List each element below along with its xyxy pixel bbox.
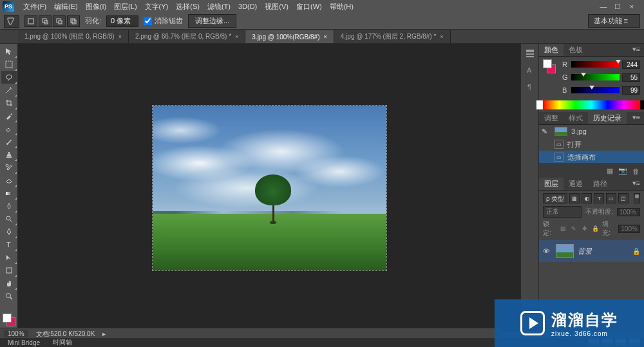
- b-value[interactable]: 99: [622, 86, 640, 95]
- menu-view[interactable]: 视图(V): [261, 1, 292, 13]
- feather-input[interactable]: [106, 15, 138, 27]
- menu-help[interactable]: 帮助(H): [326, 1, 357, 13]
- r-slider[interactable]: [571, 61, 620, 68]
- dodge-tool[interactable]: [1, 212, 17, 225]
- marquee-tool[interactable]: [1, 58, 17, 71]
- close-icon[interactable]: ×: [235, 33, 238, 40]
- layer-thumbnail[interactable]: [556, 244, 574, 258]
- document-tab-4[interactable]: 4.jpg @ 177% (图层 2, RGB/8#) *×: [334, 30, 451, 43]
- close-icon[interactable]: ×: [118, 33, 122, 40]
- selection-intersect[interactable]: [67, 15, 80, 27]
- status-arrow-icon[interactable]: ▸: [102, 330, 106, 337]
- fill-value[interactable]: 100%: [618, 225, 640, 233]
- close-icon[interactable]: ×: [324, 33, 327, 40]
- tab-mini-bridge[interactable]: Mini Bridge: [4, 339, 44, 346]
- zoom-tool[interactable]: [1, 290, 17, 303]
- path-select-tool[interactable]: [1, 251, 17, 264]
- filter-toggle[interactable]: [634, 193, 640, 203]
- layer-background[interactable]: 👁 背景 🔒: [539, 240, 644, 262]
- filter-shape-icon[interactable]: ▭: [606, 193, 616, 203]
- type-tool[interactable]: T: [1, 238, 17, 251]
- blur-tool[interactable]: [1, 200, 17, 212]
- visibility-toggle[interactable]: 👁: [543, 247, 552, 255]
- menu-select[interactable]: 选择(S): [172, 1, 204, 13]
- create-document-icon[interactable]: ▦: [605, 167, 614, 176]
- r-value[interactable]: 244: [622, 61, 640, 69]
- foreground-color-swatch[interactable]: [3, 314, 12, 323]
- new-snapshot-icon[interactable]: 📷: [618, 167, 627, 176]
- document-tab-1[interactable]: 1.png @ 100% (图层 0, RGB/8)×: [18, 30, 129, 43]
- tab-timeline[interactable]: 时间轴: [49, 338, 76, 347]
- stamp-tool[interactable]: [1, 148, 17, 161]
- tab-styles[interactable]: 样式: [564, 112, 588, 124]
- selection-subtract[interactable]: [53, 15, 66, 27]
- menu-edit[interactable]: 编辑(E): [50, 1, 82, 13]
- lock-all-icon[interactable]: 🔒: [592, 224, 600, 233]
- color-fg-bg-swatch[interactable]: [543, 59, 556, 75]
- antialias-check-input[interactable]: [144, 17, 152, 25]
- document-size[interactable]: 文档:520.0 K/520.0K: [36, 330, 95, 339]
- history-brush-source-icon[interactable]: ✎: [542, 127, 551, 136]
- blend-mode-select[interactable]: 正常: [543, 206, 582, 218]
- panel-menu-icon[interactable]: ▾≡: [629, 178, 644, 190]
- layer-filter-kind[interactable]: ρ 类型: [543, 193, 567, 203]
- close-icon[interactable]: ×: [440, 33, 443, 40]
- antialias-checkbox[interactable]: 消除锯齿: [144, 16, 183, 26]
- document-canvas[interactable]: [152, 105, 387, 271]
- lasso-tool[interactable]: [1, 71, 17, 84]
- document-tab-2[interactable]: 2.png @ 66.7% (图层 0, RGB/8) *×: [129, 30, 245, 43]
- brush-tool[interactable]: [1, 135, 17, 148]
- hand-tool[interactable]: [1, 277, 17, 290]
- tab-paths[interactable]: 路径: [588, 178, 612, 190]
- menu-image[interactable]: 图像(I): [82, 1, 110, 13]
- healing-tool[interactable]: [1, 122, 17, 135]
- eyedropper-tool[interactable]: [1, 109, 17, 122]
- dock-icon-2[interactable]: A: [523, 63, 537, 77]
- g-value[interactable]: 55: [622, 73, 640, 82]
- menu-filter[interactable]: 滤镜(T): [204, 1, 234, 13]
- color-spectrum[interactable]: [543, 100, 640, 109]
- opacity-value[interactable]: 100%: [617, 208, 640, 216]
- b-slider[interactable]: [571, 87, 620, 93]
- menu-file[interactable]: 文件(F): [19, 1, 50, 13]
- gradient-tool[interactable]: [1, 187, 17, 200]
- refine-edge-button[interactable]: 调整边缘...: [188, 14, 236, 28]
- pen-tool[interactable]: [1, 225, 17, 238]
- tab-adjustments[interactable]: 调整: [539, 112, 564, 124]
- filter-smart-icon[interactable]: ◫: [618, 193, 629, 203]
- maximize-button[interactable]: ☐: [613, 2, 622, 11]
- layer-name[interactable]: 背景: [578, 247, 629, 256]
- tab-color[interactable]: 颜色: [539, 44, 564, 56]
- canvas-area[interactable]: [18, 44, 520, 332]
- selection-add[interactable]: [39, 15, 52, 27]
- g-slider[interactable]: [571, 74, 620, 80]
- lock-transparent-icon[interactable]: ▨: [559, 224, 567, 233]
- selection-new[interactable]: [24, 15, 37, 27]
- history-brush-tool[interactable]: [1, 161, 17, 174]
- eraser-tool[interactable]: [1, 174, 17, 187]
- filter-pixel-icon[interactable]: ▦: [569, 193, 580, 203]
- tool-preset-picker[interactable]: [4, 15, 19, 28]
- lock-position-icon[interactable]: ✥: [581, 224, 589, 233]
- move-tool[interactable]: [1, 45, 17, 58]
- history-step-open[interactable]: ▭ 打开: [539, 138, 644, 151]
- document-tab-3[interactable]: 3.jpg @ 100%(RGB/8#)×: [245, 30, 334, 43]
- panel-menu-icon[interactable]: ▾≡: [629, 44, 644, 56]
- zoom-level[interactable]: 100%: [4, 330, 28, 337]
- tab-swatches[interactable]: 色板: [564, 44, 588, 56]
- close-button[interactable]: ×: [627, 2, 636, 11]
- history-step-select-canvas[interactable]: ▭ 选择画布: [539, 151, 644, 164]
- panel-menu-icon[interactable]: ▾≡: [629, 112, 644, 124]
- crop-tool[interactable]: [1, 97, 17, 109]
- wand-tool[interactable]: [1, 84, 17, 97]
- shape-tool[interactable]: [1, 264, 17, 277]
- tab-layers[interactable]: 图层: [539, 178, 564, 190]
- menu-layer[interactable]: 图层(L): [110, 1, 140, 13]
- history-snapshot[interactable]: ✎ 3.jpg: [539, 125, 644, 138]
- menu-3d[interactable]: 3D(D): [234, 1, 261, 12]
- dock-icon-1[interactable]: [523, 46, 537, 61]
- workspace-switcher[interactable]: 基本功能 ≡: [588, 14, 640, 28]
- minimize-button[interactable]: —: [599, 2, 608, 11]
- delete-icon[interactable]: 🗑: [631, 167, 640, 176]
- dock-icon-3[interactable]: ¶: [523, 80, 537, 94]
